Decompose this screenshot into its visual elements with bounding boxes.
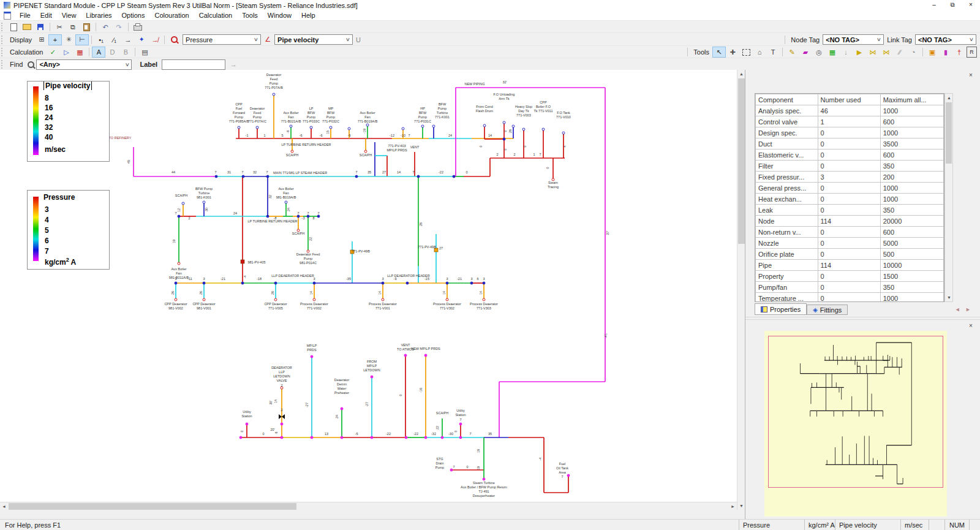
- table-cell[interactable]: 350: [880, 161, 943, 172]
- node-dot[interactable]: [371, 436, 373, 439]
- table-cell[interactable]: Heat exchan...: [756, 194, 818, 205]
- label-search-input[interactable]: [162, 59, 225, 70]
- node-dot[interactable]: [459, 423, 462, 425]
- pressure-legend[interactable]: Pressure 3 4 5 6 7 kg/cm2 A: [27, 190, 110, 270]
- panel-splitter[interactable]: [745, 317, 980, 320]
- table-cell[interactable]: 46: [818, 105, 880, 116]
- node-dot[interactable]: [274, 298, 277, 301]
- node-dot[interactable]: [348, 127, 350, 130]
- menu-libraries[interactable]: Libraries: [81, 12, 116, 19]
- table-cell[interactable]: 0: [818, 271, 880, 282]
- node-dot[interactable]: [290, 125, 292, 127]
- copy-icon[interactable]: ⧉: [67, 22, 79, 32]
- table-cell[interactable]: 1: [818, 116, 880, 127]
- column-component[interactable]: Component: [756, 94, 818, 105]
- table-cell[interactable]: 0: [818, 138, 880, 150]
- table-cell[interactable]: Elastomeric v...: [756, 150, 818, 161]
- schematic-canvas[interactable]: CPPFuelForwardPump771-P085A/BDeaeratorFe…: [0, 70, 737, 502]
- paste-icon[interactable]: [80, 22, 92, 32]
- node-dot[interactable]: [307, 215, 309, 218]
- table-row[interactable]: Nozzle05000: [756, 238, 944, 249]
- table-cell[interactable]: 350: [880, 205, 943, 216]
- resize-grip[interactable]: [969, 520, 980, 530]
- check-data-icon[interactable]: ✓: [47, 47, 59, 57]
- cut-icon[interactable]: ✂: [53, 22, 66, 32]
- table-header-row[interactable]: Component Number used Maximum all...: [756, 94, 944, 105]
- calculator-icon[interactable]: ▦: [74, 47, 86, 57]
- node-dot[interactable]: [355, 175, 358, 178]
- scroll-down-icon[interactable]: ▼: [945, 293, 953, 301]
- node-number-icon[interactable]: •₁: [95, 35, 107, 45]
- table-cell[interactable]: Orifice plate: [756, 249, 818, 260]
- valve-icon[interactable]: ▶: [853, 47, 865, 57]
- menu-options[interactable]: Options: [117, 12, 150, 19]
- table-cell[interactable]: 10000: [880, 260, 943, 271]
- node-dot[interactable]: [483, 478, 485, 480]
- node-dot[interactable]: [366, 124, 369, 126]
- hide-arrow-icon[interactable]: ↛: [149, 35, 161, 45]
- node-dot[interactable]: [273, 93, 275, 96]
- table-cell[interactable]: Pipe: [756, 260, 818, 271]
- table-cell[interactable]: Fixed pressur...: [756, 172, 818, 183]
- node-dot[interactable]: [567, 474, 570, 477]
- table-row[interactable]: Analysis spec.461000: [756, 105, 944, 116]
- node-dot[interactable]: [424, 436, 427, 439]
- node-dot[interactable]: [266, 175, 269, 178]
- table-cell[interactable]: Non-return v...: [756, 227, 818, 238]
- node-dot[interactable]: [470, 282, 473, 284]
- table-cell[interactable]: 114: [818, 260, 880, 271]
- node-dot[interactable]: [483, 282, 485, 284]
- node-dot[interactable]: [417, 175, 420, 178]
- pipe-network-diagram[interactable]: CPPFuelForwardPump771-P085A/BDeaeratorFe…: [0, 70, 737, 502]
- node-dot[interactable]: [241, 282, 244, 284]
- go-arrow-icon[interactable]: →: [227, 59, 239, 69]
- scroll-up-icon[interactable]: ▲: [945, 94, 953, 102]
- table-cell[interactable]: 0: [818, 238, 880, 249]
- eraser-icon[interactable]: ▰: [799, 47, 812, 57]
- table-cell[interactable]: 600: [880, 150, 943, 161]
- direction-icon[interactable]: ✦: [135, 35, 148, 45]
- canvas-vertical-scrollbar[interactable]: ▲ ▼: [737, 70, 745, 510]
- table-cell[interactable]: 1000: [880, 293, 943, 303]
- node-dot[interactable]: [242, 175, 244, 178]
- table-row[interactable]: Elastomeric v...0600: [756, 150, 944, 161]
- hatch-icon[interactable]: ∕∕: [894, 47, 906, 57]
- node-dot[interactable]: [364, 150, 367, 153]
- table-row[interactable]: Pipe11410000: [756, 260, 944, 271]
- node-dot[interactable]: [432, 125, 435, 127]
- node-dot[interactable]: [522, 128, 525, 131]
- table-cell[interactable]: 350: [880, 282, 943, 293]
- node-dot[interactable]: [404, 354, 407, 357]
- find-type-combo[interactable]: <Any> ∨: [36, 59, 132, 70]
- node-dot[interactable]: [291, 150, 293, 153]
- table-cell[interactable]: 5000: [880, 238, 943, 249]
- toolbar-grip[interactable]: [1, 23, 5, 31]
- node-dot[interactable]: [341, 436, 343, 439]
- report-icon[interactable]: ▤: [138, 47, 151, 57]
- menu-window[interactable]: Window: [263, 12, 296, 19]
- node-dot[interactable]: [215, 175, 217, 178]
- node-dot[interactable]: [483, 298, 485, 301]
- node-dot[interactable]: [203, 282, 205, 284]
- snap-icon[interactable]: ⊢: [76, 35, 88, 45]
- node-dot[interactable]: [175, 298, 177, 301]
- run-calculation-icon[interactable]: ▷: [60, 47, 72, 57]
- table-cell[interactable]: 1000: [880, 194, 943, 205]
- velocity-legend[interactable]: Pipe velocity 8 16 24 32 40 m/sec: [27, 81, 110, 162]
- node-dot[interactable]: [256, 126, 258, 129]
- table-cell[interactable]: 1000: [880, 105, 943, 116]
- node-dot[interactable]: [453, 175, 455, 178]
- node-dot[interactable]: [239, 436, 242, 439]
- node-dot[interactable]: [503, 138, 505, 140]
- toolbar-grip[interactable]: [1, 48, 5, 56]
- drum-icon[interactable]: ▮: [940, 47, 952, 57]
- node-dot[interactable]: [459, 436, 462, 439]
- font-b-icon[interactable]: B: [119, 47, 132, 57]
- node-dot[interactable]: [406, 282, 409, 284]
- node-dot[interactable]: [313, 282, 315, 284]
- table-cell[interactable]: 0: [818, 161, 880, 172]
- table-cell[interactable]: 3500: [880, 138, 943, 150]
- table-row[interactable]: General press...01000: [756, 183, 944, 194]
- table-cell[interactable]: Temperature ...: [756, 293, 818, 303]
- table-cell[interactable]: 200: [880, 172, 943, 183]
